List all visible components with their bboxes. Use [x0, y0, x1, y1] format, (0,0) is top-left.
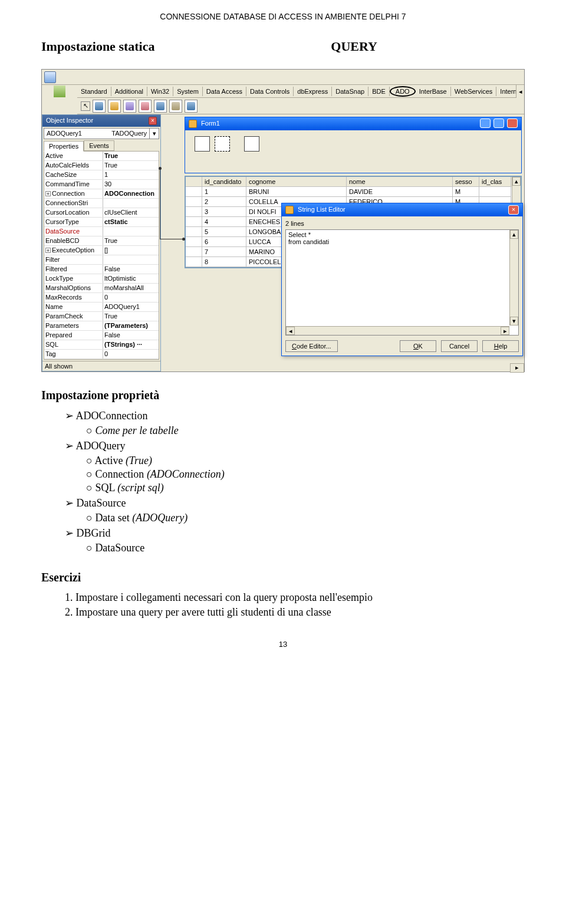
property-row[interactable]: PreparedFalse — [44, 331, 159, 340]
property-row[interactable]: +ConnectionADOConnection — [44, 189, 159, 199]
property-value[interactable]: [] — [103, 246, 159, 255]
column-header[interactable]: cognome — [246, 177, 347, 187]
palette-tab-standard[interactable]: Standard — [77, 87, 111, 96]
component-glyph[interactable] — [139, 100, 152, 113]
property-row[interactable]: Parameters(TParameters) — [44, 321, 159, 331]
expand-icon[interactable]: + — [45, 248, 51, 253]
object-inspector-combo[interactable]: ADOQuery1 TADOQuery ▾ — [44, 128, 159, 139]
property-row[interactable]: MaxRecords0 — [44, 293, 159, 302]
palette-tab-data-access[interactable]: Data Access — [203, 87, 246, 96]
close-icon[interactable]: × — [149, 117, 157, 125]
tab-events[interactable]: Events — [84, 140, 114, 151]
close-icon[interactable] — [507, 119, 518, 128]
property-value[interactable] — [103, 255, 159, 264]
cancel-button[interactable]: Cancel — [441, 340, 478, 352]
palette-tab-win32[interactable]: Win32 — [147, 87, 173, 96]
column-header[interactable]: id_clas — [479, 177, 511, 187]
palette-tab-additional[interactable]: Additional — [111, 87, 147, 96]
code-editor-button[interactable]: Code Editor... — [285, 340, 338, 352]
scroll-right-icon[interactable]: ▸ — [501, 327, 509, 335]
property-value[interactable]: ltOptimistic — [103, 274, 159, 283]
pointer-icon[interactable]: ↖ — [81, 101, 90, 111]
property-value[interactable]: True — [103, 161, 159, 170]
palette-tab-system[interactable]: System — [173, 87, 203, 96]
property-row[interactable]: CursorLocationclUseClient — [44, 208, 159, 218]
property-row[interactable]: CacheSize1 — [44, 170, 159, 180]
column-header[interactable] — [186, 177, 202, 187]
component-adoquery[interactable] — [215, 136, 230, 152]
property-row[interactable]: SQL(TStrings) ··· — [44, 340, 159, 350]
expand-icon[interactable]: + — [45, 191, 51, 196]
component-glyph[interactable] — [123, 100, 136, 113]
palette-tab-interbase[interactable]: InterBase — [416, 87, 451, 96]
property-row[interactable]: ConnectionStri — [44, 199, 159, 208]
tab-properties[interactable]: Properties — [44, 141, 84, 152]
scroll-up-icon[interactable]: ▴ — [512, 177, 521, 186]
property-value[interactable]: ADOQuery1 — [103, 302, 159, 311]
scroll-right-icon[interactable]: ▸ — [510, 363, 524, 373]
chevron-down-icon[interactable]: ▾ — [149, 129, 159, 139]
scrollbar-horizontal[interactable]: ◂ ▸ — [286, 326, 509, 335]
property-value[interactable]: 0 — [103, 350, 159, 359]
scroll-up-icon[interactable]: ▴ — [510, 230, 518, 239]
palette-tab-ado[interactable]: ADO — [390, 86, 416, 97]
close-icon[interactable]: × — [508, 205, 519, 215]
tool-icon[interactable] — [54, 86, 65, 97]
property-value[interactable]: ADOConnection — [103, 189, 159, 198]
ok-button[interactable]: OK — [400, 340, 436, 352]
help-button[interactable]: Help — [482, 340, 519, 352]
property-row[interactable]: CursorTypectStatic — [44, 218, 159, 227]
minimize-icon[interactable] — [480, 119, 491, 128]
property-value[interactable]: True — [103, 312, 159, 321]
scroll-left-icon[interactable]: ◂ — [286, 327, 295, 335]
property-value[interactable]: 1 — [103, 170, 159, 179]
property-row[interactable]: CommandTime30 — [44, 180, 159, 189]
component-glyph[interactable] — [185, 100, 198, 113]
property-row[interactable]: ActiveTrue — [44, 152, 159, 161]
component-glyph[interactable] — [154, 100, 167, 113]
maximize-icon[interactable] — [493, 119, 504, 128]
tool-icon[interactable] — [44, 71, 56, 83]
palette-tab-datasnap[interactable]: DataSnap — [332, 87, 368, 96]
property-value[interactable]: True — [103, 152, 159, 160]
property-row[interactable]: DataSource — [44, 227, 159, 236]
component-glyph[interactable] — [93, 100, 106, 113]
property-row[interactable]: +ExecuteOption[] — [44, 246, 159, 255]
property-value[interactable]: False — [103, 331, 159, 340]
property-row[interactable]: AutoCalcFieldsTrue — [44, 161, 159, 170]
scrollbar-vertical[interactable]: ▴ ▾ — [509, 230, 518, 325]
column-header[interactable]: id_candidato — [202, 177, 246, 187]
property-value[interactable]: ctStatic — [103, 218, 159, 226]
property-value[interactable]: clUseClient — [103, 208, 159, 217]
property-row[interactable]: ParamCheckTrue — [44, 312, 159, 321]
table-row[interactable]: 1BRUNIDAVIDEM — [186, 187, 512, 197]
property-value[interactable] — [103, 199, 159, 208]
palette-tab-internet[interactable]: Internet — [496, 87, 516, 96]
scroll-down-icon[interactable]: ▾ — [510, 317, 518, 325]
column-header[interactable]: nome — [347, 177, 453, 187]
property-row[interactable]: Filter — [44, 255, 159, 265]
property-row[interactable]: LockTypeltOptimistic — [44, 274, 159, 284]
palette-tab-bde[interactable]: BDE — [368, 87, 390, 96]
sle-text-area[interactable]: Select * from candidati ▴ ▾ ◂ ▸ — [285, 229, 519, 336]
palette-tab-dbexpress[interactable]: dbExpress — [294, 87, 332, 96]
scroll-left-icon[interactable]: ◂ — [516, 85, 524, 98]
column-header[interactable]: sesso — [453, 177, 479, 187]
component-glyph[interactable] — [169, 100, 182, 113]
property-row[interactable]: EnableBCDTrue — [44, 236, 159, 246]
component-datasource[interactable] — [244, 136, 259, 152]
palette-tab-data-controls[interactable]: Data Controls — [246, 87, 294, 96]
property-value[interactable]: moMarshalAll — [103, 284, 159, 292]
property-row[interactable]: MarshalOptionsmoMarshalAll — [44, 284, 159, 293]
property-row[interactable]: Tag0 — [44, 350, 159, 359]
component-glyph[interactable] — [108, 100, 121, 113]
property-value[interactable] — [103, 227, 159, 236]
component-adoconnection[interactable] — [195, 136, 210, 152]
property-row[interactable]: FilteredFalse — [44, 265, 159, 274]
property-value[interactable]: True — [103, 236, 159, 245]
property-value[interactable]: (TStrings) ··· — [103, 340, 159, 349]
property-row[interactable]: NameADOQuery1 — [44, 302, 159, 312]
property-value[interactable]: 30 — [103, 180, 159, 189]
property-value[interactable]: (TParameters) — [103, 321, 159, 330]
palette-tab-webservices[interactable]: WebServices — [451, 87, 497, 96]
